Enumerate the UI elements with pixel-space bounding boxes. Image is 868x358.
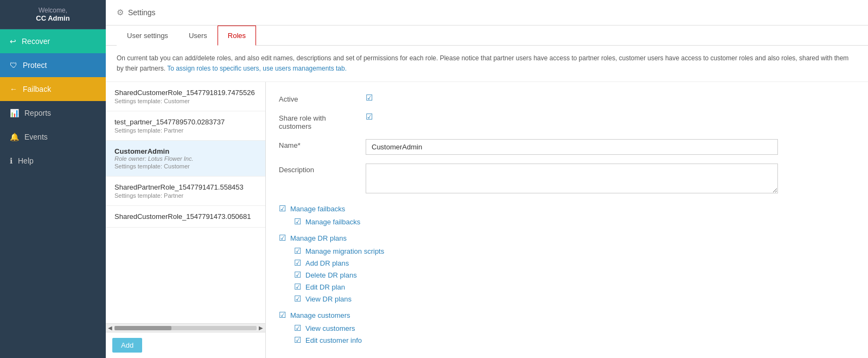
manage-dr-plans-group: ☑ Manage DR plans — [279, 233, 855, 243]
manage-migration-check-icon[interactable]: ☑ — [294, 246, 301, 256]
edit-customer-info-check-icon[interactable]: ☑ — [294, 335, 301, 345]
tab-user-settings[interactable]: User settings — [117, 26, 178, 46]
name-row: Name* — [279, 139, 855, 155]
share-role-check-icon: ☑ — [366, 112, 373, 121]
sidebar-welcome: Welcome, CC Admin — [0, 0, 106, 29]
manage-failbacks-sub-label: Manage failbacks — [305, 218, 360, 226]
edit-dr-plan-label: Edit DR plan — [305, 283, 345, 291]
delete-dr-plans-check-icon[interactable]: ☑ — [294, 270, 301, 280]
tab-roles[interactable]: Roles — [218, 26, 256, 46]
sidebar-item-failback[interactable]: ← Failback — [0, 77, 106, 101]
manage-migration-label: Manage migration scripts — [305, 247, 384, 255]
welcome-label: Welcome, — [5, 7, 100, 14]
manage-migration-scripts-sub: ☑ Manage migration scripts — [294, 246, 855, 256]
role-item-shared-customer-2[interactable]: SharedCustomerRole_1547791473.050681 — [106, 206, 265, 228]
sidebar: Welcome, CC Admin ↩ Recover 🛡 Protect ← … — [0, 0, 106, 358]
share-role-label: Share role with customers — [279, 112, 355, 130]
horizontal-scrollbar[interactable]: ◀ ▶ — [106, 323, 265, 332]
manage-failbacks-section: ☑ Manage failbacks ☑ Manage failbacks — [279, 204, 855, 227]
scroll-right-arrow[interactable]: ▶ — [259, 325, 263, 331]
tabs-container: User settings Users Roles — [106, 26, 868, 46]
add-dr-plans-check-icon[interactable]: ☑ — [294, 258, 301, 268]
view-dr-plans-label: View DR plans — [305, 295, 352, 303]
sidebar-item-label-protect: Protect — [23, 61, 47, 70]
roles-panel: SharedCustomerRole_1547791819.7475526 Se… — [106, 82, 266, 358]
add-dr-plans-sub: ☑ Add DR plans — [294, 258, 855, 268]
role-item-shared-customer-1[interactable]: SharedCustomerRole_1547791819.7475526 Se… — [106, 82, 265, 111]
name-field-wrapper — [366, 139, 855, 155]
add-dr-plans-label: Add DR plans — [305, 259, 349, 267]
sidebar-item-recover[interactable]: ↩ Recover — [0, 29, 106, 53]
sidebar-item-events[interactable]: 🔔 Events — [0, 125, 106, 149]
role-template: Settings template: Partner — [114, 127, 257, 134]
sidebar-item-help[interactable]: ℹ Help — [0, 149, 106, 173]
manage-customers-group: ☑ Manage customers — [279, 310, 855, 320]
scroll-left-arrow[interactable]: ◀ — [108, 325, 112, 331]
name-label: Name* — [279, 139, 355, 149]
edit-dr-plan-check-icon[interactable]: ☑ — [294, 282, 301, 292]
roles-footer: Add — [106, 332, 265, 358]
view-customers-label: View customers — [305, 324, 355, 332]
role-details: Active ☑ Share role with customers ☑ Nam… — [266, 82, 868, 358]
view-dr-plans-check-icon[interactable]: ☑ — [294, 294, 301, 304]
help-icon: ℹ — [10, 156, 12, 165]
edit-customer-info-label: Edit customer info — [305, 336, 362, 344]
role-template: Settings template: Partner — [114, 192, 257, 199]
active-check-icon: ☑ — [366, 93, 373, 102]
description-label: Description — [279, 164, 355, 174]
delete-dr-plans-sub: ☑ Delete DR plans — [294, 270, 855, 280]
page-title: Settings — [128, 8, 156, 17]
description-link[interactable]: To assign roles to specific users, use u… — [167, 65, 347, 72]
view-dr-plans-sub: ☑ View DR plans — [294, 294, 855, 304]
add-role-button[interactable]: Add — [112, 338, 142, 353]
manage-failbacks-check-icon[interactable]: ☑ — [279, 204, 286, 213]
manage-failbacks-group: ☑ Manage failbacks — [279, 204, 855, 213]
role-item-customer-admin[interactable]: CustomerAdmin Role owner: Lotus Flower I… — [106, 141, 265, 177]
sidebar-item-label-reports: Reports — [24, 109, 51, 117]
active-checkbox[interactable]: ☑ — [366, 93, 855, 103]
description-textarea[interactable] — [366, 164, 778, 193]
tab-description: On current tab you can add/delete roles,… — [106, 46, 868, 82]
role-item-shared-partner[interactable]: SharedPartnerRole_1547791471.558453 Sett… — [106, 177, 265, 206]
sidebar-item-label-help: Help — [18, 156, 34, 165]
view-customers-sub: ☑ View customers — [294, 323, 855, 333]
sidebar-item-protect[interactable]: 🛡 Protect — [0, 53, 106, 77]
view-customers-check-icon[interactable]: ☑ — [294, 323, 301, 333]
content-area: SharedCustomerRole_1547791819.7475526 Se… — [106, 82, 868, 358]
manage-dr-plans-check-icon[interactable]: ☑ — [279, 233, 286, 243]
admin-name: CC Admin — [5, 14, 100, 22]
manage-dr-plans-label: Manage DR plans — [290, 234, 347, 242]
tab-users[interactable]: Users — [178, 26, 218, 46]
manage-failbacks-label: Manage failbacks — [290, 205, 345, 213]
role-owner: Role owner: Lotus Flower Inc. — [114, 155, 257, 162]
recover-icon: ↩ — [10, 37, 16, 46]
manage-failbacks-sub-1: ☑ Manage failbacks — [294, 217, 855, 227]
sidebar-item-label-recover: Recover — [22, 37, 50, 46]
delete-dr-plans-label: Delete DR plans — [305, 271, 357, 279]
manage-customers-section: ☑ Manage customers ☑ View customers ☑ Ed… — [279, 310, 855, 345]
sidebar-item-label-failback: Failback — [23, 85, 51, 93]
sidebar-item-reports[interactable]: 📊 Reports — [0, 101, 106, 125]
manage-customers-label: Manage customers — [290, 311, 350, 319]
active-label: Active — [279, 93, 355, 103]
failback-icon: ← — [10, 85, 17, 93]
role-name: SharedPartnerRole_1547791471.558453 — [114, 183, 257, 191]
name-input[interactable] — [366, 139, 778, 155]
role-template: Settings template: Customer — [114, 98, 257, 104]
edit-customer-info-sub: ☑ Edit customer info — [294, 335, 855, 345]
role-name: SharedCustomerRole_1547791473.050681 — [114, 212, 257, 221]
protect-icon: 🛡 — [10, 61, 17, 70]
share-role-checkbox[interactable]: ☑ — [366, 112, 855, 122]
edit-dr-plan-sub: ☑ Edit DR plan — [294, 282, 855, 292]
manage-customers-check-icon[interactable]: ☑ — [279, 310, 286, 320]
main-content: ⚙ Settings User settings Users Roles On … — [106, 0, 868, 358]
events-icon: 🔔 — [10, 133, 19, 141]
role-name: test_partner_1547789570.0283737 — [114, 118, 257, 126]
role-name: SharedCustomerRole_1547791819.7475526 — [114, 89, 257, 97]
manage-failbacks-sub-check-icon[interactable]: ☑ — [294, 217, 301, 227]
sidebar-item-label-events: Events — [24, 133, 48, 141]
scroll-track[interactable] — [114, 326, 257, 330]
reports-icon: 📊 — [10, 109, 19, 117]
roles-list: SharedCustomerRole_1547791819.7475526 Se… — [106, 82, 265, 323]
role-item-test-partner[interactable]: test_partner_1547789570.0283737 Settings… — [106, 111, 265, 141]
